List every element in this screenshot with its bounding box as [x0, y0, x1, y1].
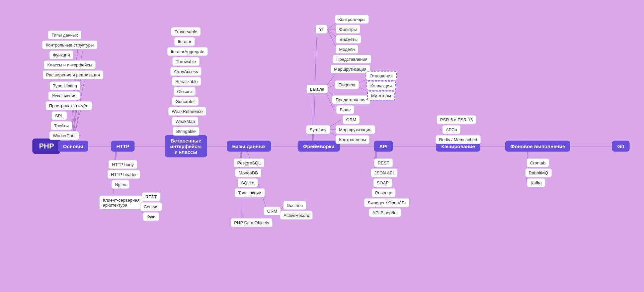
mind-node: PHP — [32, 139, 60, 154]
mind-node: PHP Data Objects — [230, 218, 273, 227]
mind-node: WorkerPool — [49, 131, 79, 140]
mind-node: Коллекции — [366, 81, 396, 91]
mind-node: Представление — [332, 95, 370, 104]
mind-node: Фреймворки — [298, 141, 340, 152]
mind-node: Мутаторы — [367, 91, 395, 101]
mind-node: Doctrine — [283, 201, 306, 210]
mind-node: Модели — [335, 45, 358, 54]
mind-node: Контроллеры — [335, 135, 369, 144]
mind-node: Kafka — [527, 178, 545, 187]
mind-node: ArrayAccess — [170, 67, 202, 76]
mind-node: Laravel — [306, 85, 328, 94]
mind-node: Маршрутизация — [335, 125, 375, 134]
mind-node: Фоновое выполнение — [505, 141, 570, 152]
mind-node: Основы — [58, 141, 88, 152]
mind-node: Nginx — [111, 180, 129, 189]
mind-node: HTTP body — [108, 160, 137, 169]
mind-node: Traversable — [171, 27, 201, 36]
mind-node: Маршрутизация — [330, 65, 370, 74]
mind-node: Throwable — [172, 57, 200, 66]
mind-node: API — [374, 141, 393, 152]
mind-node: Stringable — [173, 127, 200, 136]
mind-node: REST — [374, 158, 393, 167]
mind-node: ORM — [343, 115, 360, 124]
mind-node: Трейты — [50, 121, 72, 130]
mind-node: SQLite — [237, 178, 258, 187]
mind-node: Redis / Memcached — [436, 135, 481, 144]
mind-node: ORM — [264, 207, 281, 216]
mind-node: Контрольные структуры — [42, 41, 98, 49]
mind-node: HTTP — [111, 141, 134, 152]
mind-node: Исключения — [48, 91, 80, 100]
mind-node: Postman — [371, 188, 396, 197]
mind-node: Сессия — [140, 202, 162, 211]
mind-node: SPL — [51, 111, 67, 120]
mind-node: ActiveRecord — [280, 211, 313, 220]
mind-node: JSON API — [371, 168, 398, 177]
mind-node: Closure — [174, 87, 196, 96]
mind-node: Type Hinting — [49, 81, 81, 90]
mind-node: Представления — [333, 55, 371, 64]
mind-node: Фильтры — [335, 25, 360, 34]
mind-node: Типы данных — [48, 31, 82, 40]
mind-node: Yii — [315, 25, 327, 34]
mind-node: Базы данных — [227, 141, 271, 152]
mind-node: Контроллеры — [335, 15, 369, 24]
mind-node: APCu — [442, 125, 461, 134]
mind-node: Классы и интерфейсы — [44, 60, 96, 69]
mind-node: SOAP — [373, 178, 392, 187]
mind-node: IteratorAggregate — [167, 47, 208, 56]
mind-node: Swagger / OpenAPI — [364, 198, 410, 207]
mind-node: WeakReference — [168, 107, 206, 116]
mind-node: Функции — [49, 50, 73, 59]
mind-node: Встроенные интерфейсы и классы — [165, 135, 207, 157]
mind-node: Виджеты — [336, 35, 361, 44]
mind-node: PSR-6 и PSR-16 — [437, 115, 476, 124]
mind-node: Транзакции — [234, 188, 265, 197]
mind-node: Пространство имён — [45, 101, 92, 110]
mind-node: HTTP header — [107, 170, 140, 179]
mind-node: API Blueprint — [369, 208, 401, 217]
mind-node: Crontab — [526, 158, 549, 167]
mind-node: Iterator — [174, 37, 195, 46]
mind-node: Куки — [143, 212, 159, 221]
mind-node: Расширение и реализация — [42, 70, 104, 79]
mind-node: WeakMap — [172, 117, 199, 126]
mind-node: Blade — [336, 105, 354, 114]
mind-node: Отношения — [365, 71, 397, 81]
mind-node: Symfony — [306, 125, 330, 134]
mind-node: Generator — [172, 97, 199, 106]
mind-node: Eloquent — [335, 80, 359, 89]
mind-node: REST — [142, 192, 161, 201]
mind-node: Клиент-серверная архитектура — [99, 196, 143, 210]
mind-node: RabbitMQ — [525, 168, 552, 177]
mind-node: PostgreSQL — [234, 158, 265, 167]
mind-node: Git — [612, 141, 630, 152]
mind-node: Serializable — [172, 77, 201, 86]
mind-node: MongoDB — [235, 168, 262, 177]
mindmap-container: PHPОсновыHTTPВстроенные интерфейсы и кла… — [0, 0, 644, 292]
